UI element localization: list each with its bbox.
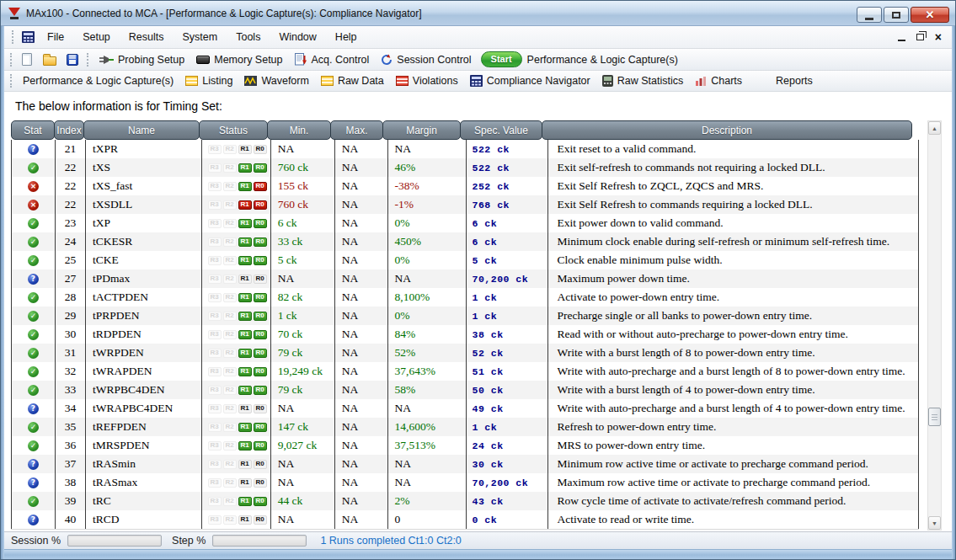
mdi-minimize-icon[interactable] [898,40,905,41]
column-header-stat[interactable]: Stat [11,120,55,140]
table-row[interactable]: ?37tRASminR3R2R1R0NANANA30 ckMinimum row… [11,455,919,473]
table-row[interactable]: ✓32tWRAPDENR3R2R1R019,249 ckNA37,643%51 … [11,362,919,381]
min-cell: 9,027 ck [271,436,335,455]
timing-set-heading: The below information is for Timing Set: [15,99,222,113]
column-header-name[interactable]: Name [83,120,200,140]
toolbar-button-open-folder[interactable] [40,51,60,69]
table-row[interactable]: ?27tPDmaxR3R2R1R0NANANA70,200 ckMaximum … [11,269,919,288]
table-row[interactable]: ✓31tWRPDENR3R2R1R079 ckNA52%52 ckWrite w… [11,344,919,362]
stat-cell: ✓ [12,418,56,436]
margin-cell: NA [388,473,467,492]
view-tab-raw-data[interactable]: Raw Data [315,72,390,90]
toolbar-button-memory-setup[interactable]: Memory Setup [190,51,288,69]
max-cell: NA [335,455,388,473]
run-badge-r2: R2 [223,349,237,358]
view-tab-charts[interactable]: Charts [689,72,748,90]
toolbar-grip[interactable] [10,53,13,67]
view-tab-compliance-navigator[interactable]: Compliance Navigator [464,72,596,90]
menu-file[interactable]: File [38,31,73,43]
table-row[interactable]: ✓33tWRPBC4DENR3R2R1R079 ckNA58%50 ckWrit… [11,381,919,399]
run-badge-r2: R2 [223,182,237,191]
view-tab-reports[interactable]: Reports [770,72,819,90]
table-row[interactable]: ✓35tREFPDENR3R2R1R0147 ckNA14,600%1 ckRe… [11,418,919,436]
table-row[interactable]: ✓23tXPR3R2R1R06 ckNA0%6 ckExit power dow… [11,214,919,232]
table-row[interactable]: ?21tXPRR3R2R1R0NANANA522 ckExit reset to… [11,140,919,158]
minimize-button[interactable] [857,7,882,23]
menu-window[interactable]: Window [270,31,325,43]
status-cell: R3R2R1R0 [202,510,271,529]
view-tab-waveform[interactable]: Waveform [238,72,315,90]
column-header-spec-value[interactable]: Spec. Value [460,120,542,140]
scroll-up-button[interactable]: ▲ [928,121,941,135]
scrollbar-thumb[interactable] [928,408,941,426]
description-cell: Exit Self Refresh to commands requiring … [548,195,919,214]
table-row[interactable]: ×22tXS_fastR3R2R1R0155 ckNA-38%252 ckExi… [11,177,919,195]
pass-status-icon: ✓ [28,348,39,359]
table-row[interactable]: ✓30tRDPDENR3R2R1R070 ckNA84%38 ckRead wi… [11,325,919,344]
mdi-restore-icon[interactable] [916,34,924,40]
stat-cell: ✓ [12,288,56,307]
spec-value-cell: 1 ck [467,418,549,436]
description-cell: Precharge single or all banks to power-d… [548,307,919,325]
vertical-scrollbar[interactable]: ▲ ▼ [927,120,942,531]
run-badge-r1: R1 [238,163,252,173]
scroll-down-button[interactable]: ▼ [928,516,941,530]
status-cell: R3R2R1R0 [202,473,271,492]
menu-system[interactable]: System [174,31,227,43]
toolbar-grip[interactable] [87,53,89,67]
toolbar-button-acq-control[interactable]: Acq. Control [289,51,376,69]
table-row[interactable]: ?40tRCDR3R2R1R0NANA00 ckActivate to read… [11,510,919,529]
pass-status-icon: ✓ [28,218,39,229]
margin-cell: 2% [388,492,467,510]
toolbar-button-session-control[interactable]: Session Control [375,51,477,69]
table-row[interactable]: ✓36tMRSPDENR3R2R1R09,027 ckNA37,513%24 c… [11,436,919,455]
menu-tools[interactable]: Tools [227,31,270,43]
view-tab-performance-logic-capture-s[interactable]: Performance & Logic Capture(s) [17,72,179,90]
unknown-status-icon: ? [28,144,39,155]
max-cell: NA [335,362,388,381]
toolbar-button-save[interactable] [62,51,83,69]
down-arrow-icon: ▼ [932,520,937,526]
name-cell: tRC [86,492,202,510]
column-header-min[interactable]: Min. [267,120,331,140]
stat-cell: ✓ [12,214,56,232]
scrollbar-track[interactable] [928,135,941,516]
run-badge-r2: R2 [223,497,237,506]
close-button[interactable]: ✕ [911,7,949,23]
start-button[interactable]: Start [481,51,522,67]
table-row[interactable]: ✓25tCKER3R2R1R05 ckNA0%5 ckClock enable … [11,251,919,269]
table-row[interactable]: ✓39tRCR3R2R1R044 ckNA2%43 ckRow cycle ti… [11,492,919,510]
view-tab-raw-statistics[interactable]: Raw Statistics [596,72,690,90]
table-row[interactable]: ×22tXSDLLR3R2R1R0760 ckNA-1%768 ckExit S… [11,195,919,214]
toolbar-grip[interactable] [10,74,13,88]
view-tab-violations[interactable]: Violations [390,72,464,90]
column-header-status[interactable]: Status [199,120,268,140]
toolbar-button-probing-setup[interactable]: Probing Setup [93,51,190,69]
table-row[interactable]: ✓24tCKESRR3R2R1R033 ckNA450%6 ckMinimum … [11,232,919,251]
pass-status-icon: ✓ [28,311,39,322]
column-header-margin[interactable]: Margin [382,120,461,140]
maximize-button[interactable] [884,7,909,23]
menu-setup[interactable]: Setup [73,31,120,43]
mdi-close-icon[interactable]: × [935,31,942,43]
pass-status-icon: ✓ [28,237,39,248]
menu-results[interactable]: Results [120,31,174,43]
max-cell: NA [335,344,388,362]
table-row[interactable]: ✓29tPRPDENR3R2R1R01 ckNA0%1 ckPrecharge … [11,307,919,325]
fail-status-icon: × [28,200,39,211]
table-row[interactable]: ✓22tXSR3R2R1R0760 ckNA46%522 ckExit self… [11,158,919,177]
table-row[interactable]: ?34tWRAPBC4DENR3R2R1R0NANANA49 ckWrite w… [11,399,919,418]
menu-help[interactable]: Help [326,31,366,43]
margin-cell: 52% [388,344,467,362]
table-row[interactable]: ✓28tACTPDENR3R2R1R082 ckNA8,100%1 ckActi… [11,288,919,307]
margin-cell: 14,600% [388,418,467,436]
view-tab-listing[interactable]: Listing [179,72,238,90]
toolbar-grip[interactable] [12,30,14,44]
name-cell: tRASmin [86,455,202,473]
column-header-index[interactable]: Index [54,120,84,140]
column-header-description[interactable]: Description [542,120,912,140]
column-header-max[interactable]: Max. [330,120,383,140]
toolbar-button-new-document[interactable] [17,51,37,69]
table-row[interactable]: ?38tRASmaxR3R2R1R0NANANA70,200 ckMaximum… [11,473,919,492]
title-bar[interactable]: MAx100 - Connected to MCA - [Performance… [1,1,955,26]
